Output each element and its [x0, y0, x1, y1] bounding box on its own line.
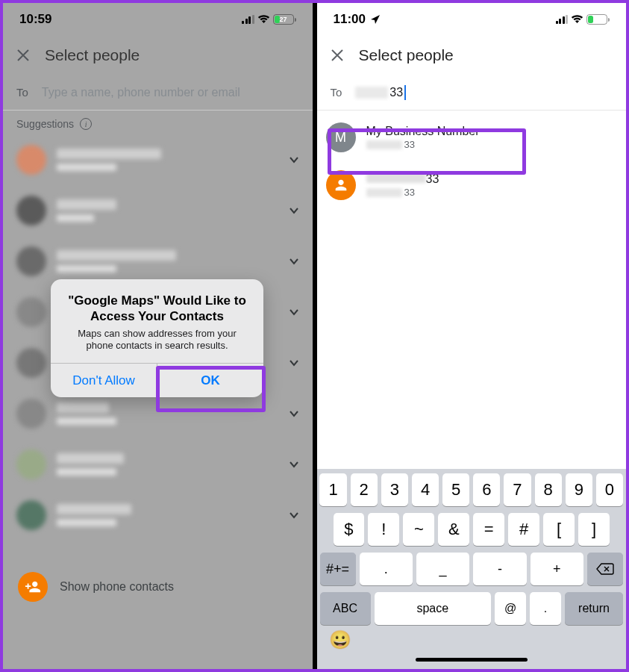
- to-field[interactable]: To Type a name, phone number or email: [3, 75, 313, 111]
- key-6[interactable]: 6: [473, 473, 500, 506]
- contact-result-generic[interactable]: 33 33: [317, 161, 627, 209]
- chevron-down-icon[interactable]: [289, 408, 299, 419]
- key-underscore[interactable]: _: [416, 553, 469, 585]
- key-plus[interactable]: +: [531, 553, 583, 585]
- contact-result-business[interactable]: M My Business Number 33: [317, 113, 627, 161]
- key-shift-symbols[interactable]: #+=: [320, 553, 356, 585]
- contact-number: 33: [366, 139, 480, 150]
- key-abc[interactable]: ABC: [320, 592, 371, 625]
- avatar: [16, 246, 46, 276]
- search-results: M My Business Number 33 33 33: [317, 111, 627, 209]
- key-minus[interactable]: -: [473, 553, 526, 585]
- home-indicator[interactable]: [416, 658, 528, 662]
- status-bar: 11:00 28: [317, 3, 627, 36]
- key-1[interactable]: 1: [319, 473, 346, 506]
- info-icon[interactable]: i: [80, 118, 92, 130]
- key-return[interactable]: return: [565, 592, 623, 625]
- ok-button[interactable]: OK: [157, 364, 263, 397]
- avatar: [16, 297, 46, 327]
- key-period[interactable]: .: [360, 553, 413, 585]
- key-rbracket[interactable]: ]: [578, 513, 610, 546]
- key-exclaim[interactable]: !: [368, 513, 399, 546]
- key-space[interactable]: space: [375, 592, 492, 625]
- person-icon: [333, 177, 349, 193]
- show-phone-contacts-button[interactable]: Show phone contacts: [3, 564, 313, 609]
- avatar: [326, 170, 356, 200]
- key-4[interactable]: 4: [412, 473, 439, 506]
- to-input-value: 33: [355, 85, 613, 100]
- page-title: Select people: [359, 46, 454, 64]
- avatar: [16, 449, 46, 479]
- contact-name: 33: [366, 172, 439, 186]
- app-bar: Select people: [3, 36, 313, 75]
- key-at[interactable]: @: [495, 592, 526, 625]
- chevron-down-icon[interactable]: [289, 358, 299, 368]
- contact-number: 33: [366, 187, 439, 198]
- dont-allow-button[interactable]: Don't Allow: [51, 364, 157, 397]
- list-item[interactable]: [9, 185, 307, 236]
- to-placeholder: Type a name, phone number or email: [42, 86, 299, 99]
- key-eq[interactable]: =: [473, 513, 504, 546]
- avatar: [16, 145, 46, 175]
- battery-icon: 28: [586, 14, 610, 25]
- battery-icon: 27: [273, 14, 296, 25]
- keyboard: 1 2 3 4 5 6 7 8 9 0 $ ! ~ & = # [ ]: [317, 469, 627, 669]
- list-item[interactable]: [9, 439, 307, 490]
- cell-signal-icon: [242, 15, 254, 24]
- contact-name: My Business Number: [366, 125, 480, 138]
- app-bar: Select people: [317, 36, 627, 75]
- key-7[interactable]: 7: [504, 473, 531, 506]
- key-2[interactable]: 2: [351, 473, 378, 506]
- avatar: [16, 399, 46, 429]
- to-label: To: [16, 86, 28, 99]
- avatar: [16, 348, 46, 378]
- phone-left: 10:59 27 Select people To Type a name, p…: [3, 3, 313, 669]
- status-time: 11:00: [334, 12, 366, 27]
- key-hash[interactable]: #: [508, 513, 539, 546]
- chevron-down-icon[interactable]: [289, 510, 299, 520]
- wifi-icon: [571, 15, 583, 24]
- key-3[interactable]: 3: [381, 473, 408, 506]
- list-item[interactable]: [9, 134, 307, 185]
- phone-right: 11:00 28 Select people To 33: [317, 3, 627, 669]
- backspace-icon: [596, 562, 614, 576]
- key-9[interactable]: 9: [566, 473, 592, 506]
- close-icon[interactable]: [331, 49, 344, 62]
- key-dollar[interactable]: $: [334, 513, 365, 546]
- person-add-icon: [18, 572, 48, 602]
- wifi-icon: [257, 15, 270, 24]
- key-0[interactable]: 0: [596, 473, 623, 506]
- key-backspace[interactable]: [587, 553, 623, 585]
- to-label: To: [331, 86, 342, 99]
- list-item[interactable]: [9, 490, 307, 541]
- key-lbracket[interactable]: [: [543, 513, 575, 546]
- chevron-down-icon[interactable]: [289, 459, 299, 470]
- chevron-down-icon[interactable]: [289, 256, 299, 267]
- alert-message: Maps can show addresses from your phone …: [64, 328, 250, 353]
- avatar: M: [326, 122, 356, 152]
- chevron-down-icon[interactable]: [289, 205, 299, 216]
- alert-title: "Google Maps" Would Like to Access Your …: [64, 293, 250, 325]
- chevron-down-icon[interactable]: [289, 155, 299, 165]
- to-field[interactable]: To 33: [317, 75, 627, 111]
- status-bar: 10:59 27: [3, 3, 313, 36]
- status-time: 10:59: [19, 12, 51, 27]
- key-tilde[interactable]: ~: [403, 513, 434, 546]
- suggestions-header: Suggestions i: [3, 111, 313, 134]
- permission-alert: "Google Maps" Would Like to Access Your …: [51, 279, 263, 397]
- key-amp[interactable]: &: [438, 513, 469, 546]
- location-icon: [370, 14, 381, 25]
- key-dot[interactable]: .: [530, 592, 561, 625]
- chevron-down-icon[interactable]: [289, 307, 299, 317]
- emoji-key[interactable]: 😀: [329, 629, 351, 650]
- cell-signal-icon: [556, 15, 569, 24]
- key-8[interactable]: 8: [535, 473, 562, 506]
- close-icon[interactable]: [16, 49, 30, 62]
- show-phone-contacts-label: Show phone contacts: [60, 580, 174, 594]
- avatar: [16, 196, 46, 225]
- key-5[interactable]: 5: [442, 473, 469, 506]
- page-title: Select people: [45, 46, 140, 64]
- avatar: [16, 500, 46, 530]
